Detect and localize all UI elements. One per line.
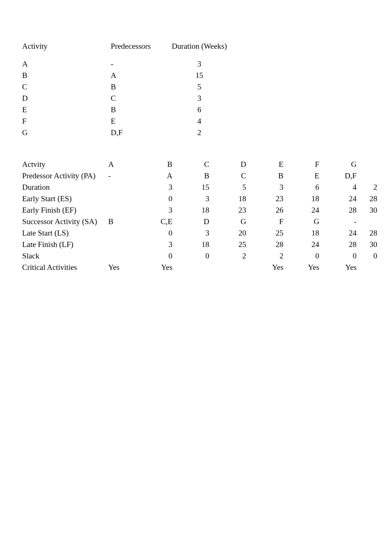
table2-cell: 30 [364, 205, 377, 216]
table2-cell: A [108, 159, 144, 170]
table2-cell: 2 [219, 250, 254, 262]
table1-row: DC3 [22, 93, 231, 104]
table2-cell [364, 170, 377, 182]
table2-cell: G [291, 216, 327, 227]
table1-cell-activity: C [22, 81, 111, 93]
table1-cell-duration: 5 [168, 81, 231, 93]
table1-cell-duration: 2 [168, 127, 231, 138]
table2-row: ActvityABCDEFG [22, 159, 377, 170]
table2-cell: Predessor Activity (PA) [22, 170, 108, 182]
table2-cell: E [291, 170, 327, 182]
table1-cell-duration: 15 [168, 70, 231, 81]
table2-cell: Yes [291, 262, 327, 273]
table2-cell: Yes [327, 262, 364, 273]
table1-cell-activity: G [22, 127, 111, 138]
table2-cell: 28 [364, 227, 377, 239]
table2-row: Late Start (LS)032025182428 [22, 227, 377, 239]
table2-row: Predessor Activity (PA)-ABCBED,F [22, 170, 377, 182]
table2-cell: 3 [144, 182, 182, 193]
table2-cell: 3 [182, 193, 219, 205]
table2-cell: 0 [364, 250, 377, 262]
table2-cell: 2 [364, 182, 377, 193]
table2-cell: 28 [364, 193, 377, 205]
table1-cell-duration: 4 [168, 116, 231, 127]
table2-cell: Early Start (ES) [22, 193, 108, 205]
table1-cell-activity: E [22, 104, 111, 116]
table2-cell: C,E [144, 216, 182, 227]
table2-cell: 23 [219, 205, 254, 216]
table2-cell: B [254, 170, 291, 182]
table2-cell [219, 262, 254, 273]
table1-cell-duration: 3 [168, 58, 231, 70]
table2-cell: 3 [254, 182, 291, 193]
table1-cell-duration: 6 [168, 104, 231, 116]
table2-cell: 18 [219, 193, 254, 205]
table2-cell [108, 227, 144, 239]
table2-cell: Yes [254, 262, 291, 273]
table2-cell: 23 [254, 193, 291, 205]
table2-cell: D [219, 159, 254, 170]
table2-cell: B [182, 170, 219, 182]
table2-row: Slack0022000 [22, 250, 377, 262]
table1-row: FE4 [22, 116, 231, 127]
table1-cell-activity: D [22, 93, 111, 104]
table2-cell: B [108, 216, 144, 227]
table2-cell: G [327, 159, 364, 170]
table2-cell: 0 [144, 250, 182, 262]
table2-cell: C [219, 170, 254, 182]
table2-cell: 18 [182, 239, 219, 250]
table2-cell: 3 [144, 205, 182, 216]
table1-cell-activity: B [22, 70, 111, 81]
table2-cell: Late Start (LS) [22, 227, 108, 239]
table1-cell-predecessors: B [111, 81, 168, 93]
table1-row: CB5 [22, 81, 231, 93]
table2-cell: 30 [364, 239, 377, 250]
table2-cell: 24 [291, 205, 327, 216]
table2-row: Late Finish (LF)3182528242830 [22, 239, 377, 250]
table1-cell-predecessors: D,F [111, 127, 168, 138]
table2-cell: 24 [291, 239, 327, 250]
table2-cell: F [291, 159, 327, 170]
table2-cell [108, 250, 144, 262]
table1-cell-predecessors: C [111, 93, 168, 104]
table1-cell-activity: A [22, 58, 111, 70]
table2-cell: 3 [182, 227, 219, 239]
table2-cell: 5 [219, 182, 254, 193]
table2-cell: Yes [144, 262, 182, 273]
table2-row: Duration31553642 [22, 182, 377, 193]
table1-row: A-3 [22, 58, 231, 70]
table2-cell: - [327, 216, 364, 227]
table2-cell: 28 [327, 239, 364, 250]
table2-row: Successor Activity (SA)BC,EDGFG- [22, 216, 377, 227]
table2-cell: 18 [291, 193, 327, 205]
table2-cell [108, 205, 144, 216]
table2-cell: 0 [182, 250, 219, 262]
activity-predecessor-table: Activity Predecessors Duration (Weeks) A… [22, 41, 231, 138]
table1-cell-predecessors: A [111, 70, 168, 81]
table2-cell: G [219, 216, 254, 227]
table2-cell: F [254, 216, 291, 227]
table1-header-predecessors: Predecessors [111, 41, 168, 58]
table1-cell-activity: F [22, 116, 111, 127]
table2-cell: A [144, 170, 182, 182]
table2-cell [108, 239, 144, 250]
table2-cell: 6 [291, 182, 327, 193]
table2-cell [108, 182, 144, 193]
table2-row: Critical ActivitiesYesYesYesYesYes [22, 262, 377, 273]
table2-cell: 26 [254, 205, 291, 216]
table2-cell: Slack [22, 250, 108, 262]
table2-cell: 20 [219, 227, 254, 239]
table1-cell-predecessors: E [111, 116, 168, 127]
table2-cell [364, 216, 377, 227]
table2-cell: 0 [144, 227, 182, 239]
table1-cell-duration: 3 [168, 93, 231, 104]
table1-row: GD,F2 [22, 127, 231, 138]
table2-cell: C [182, 159, 219, 170]
table2-cell: Critical Activities [22, 262, 108, 273]
table2-cell: 0 [144, 193, 182, 205]
table2-cell: Late Finish (LF) [22, 239, 108, 250]
table2-cell: Successor Activity (SA) [22, 216, 108, 227]
table2-cell: E [254, 159, 291, 170]
table2-cell: Duration [22, 182, 108, 193]
table2-cell: D [182, 216, 219, 227]
